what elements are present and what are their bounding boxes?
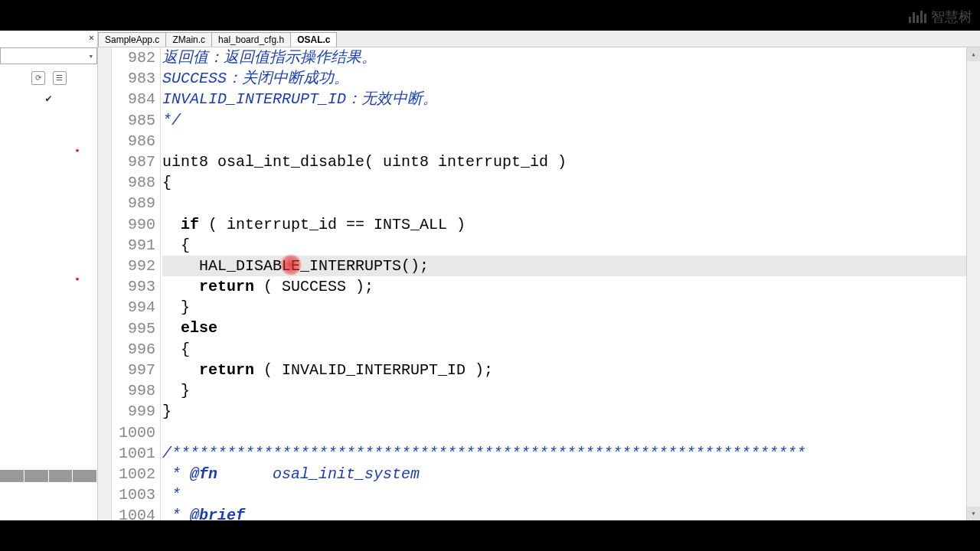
code-line[interactable] bbox=[162, 422, 966, 442]
code-line[interactable]: return ( INVALID_INTERRUPT_ID ); bbox=[162, 360, 966, 380]
main-area: SampleApp.cZMain.chal_board_cfg.hOSAL.c … bbox=[98, 31, 980, 520]
left-toolbar: ⟳ ☰ bbox=[0, 69, 97, 87]
toolbar-icon-2[interactable]: ☰ bbox=[53, 71, 67, 85]
bookmark-marker-icon[interactable]: ★ bbox=[75, 145, 80, 155]
tab-zmain-c[interactable]: ZMain.c bbox=[165, 32, 212, 47]
tab-hal_board_cfg-h[interactable]: hal_board_cfg.h bbox=[211, 32, 291, 47]
editor-tabs: SampleApp.cZMain.chal_board_cfg.hOSAL.c bbox=[98, 31, 980, 47]
code-line[interactable]: uint8 osal_int_disable( uint8 interrupt_… bbox=[162, 152, 966, 172]
watermark: 智慧树 bbox=[909, 8, 972, 26]
code-line[interactable]: * @fn osal_init_system bbox=[162, 464, 966, 484]
code-line[interactable]: SUCCESS：关闭中断成功。 bbox=[162, 68, 966, 89]
code-line[interactable]: INVALID_INTERRUPT_ID：无效中断。 bbox=[162, 89, 966, 109]
app-window: ✕ ▾ ⟳ ☰ ✔ ★★ SampleApp.cZMain.chal_board… bbox=[0, 31, 980, 520]
code-line[interactable]: * @brief bbox=[162, 505, 966, 520]
left-dropdown[interactable]: ▾ bbox=[0, 47, 97, 64]
close-icon[interactable]: ✕ bbox=[89, 32, 94, 44]
code-line[interactable]: /***************************************… bbox=[162, 443, 966, 464]
code-line[interactable]: return ( SUCCESS ); bbox=[162, 276, 966, 297]
line-number-gutter: 9829839849859869879889899909919929939949… bbox=[112, 47, 161, 520]
scroll-down-arrow-icon[interactable]: ▾ bbox=[967, 507, 980, 520]
check-icon[interactable]: ✔ bbox=[0, 92, 97, 105]
left-status-bar bbox=[0, 470, 97, 482]
tab-sampleapp-c[interactable]: SampleApp.c bbox=[98, 32, 166, 47]
code-line[interactable]: } bbox=[162, 380, 966, 401]
tab-osal-c[interactable]: OSAL.c bbox=[290, 32, 337, 47]
code-line[interactable]: } bbox=[162, 297, 966, 318]
code-line[interactable]: HAL_DISABLE_INTERRUPTS(); bbox=[162, 256, 966, 276]
code-line[interactable] bbox=[162, 131, 966, 152]
code-editor[interactable]: 9829839849859869879889899909919929939949… bbox=[98, 47, 980, 520]
chevron-down-icon: ▾ bbox=[88, 51, 93, 61]
watermark-bars-icon bbox=[909, 11, 926, 23]
toolbar-icon-1[interactable]: ⟳ bbox=[31, 71, 45, 85]
bookmark-marker-icon[interactable]: ★ bbox=[75, 274, 80, 283]
code-line[interactable]: { bbox=[162, 339, 966, 360]
code-line[interactable] bbox=[162, 193, 966, 214]
code-line[interactable]: } bbox=[162, 401, 966, 422]
watermark-text: 智慧树 bbox=[931, 8, 972, 26]
code-area[interactable]: 返回值：返回值指示操作结果。SUCCESS：关闭中断成功。INVALID_INT… bbox=[161, 47, 966, 520]
code-line[interactable]: else bbox=[162, 318, 966, 338]
scroll-up-arrow-icon[interactable]: ▴ bbox=[967, 47, 980, 61]
left-panel: ✕ ▾ ⟳ ☰ ✔ ★★ bbox=[0, 31, 98, 520]
code-line[interactable]: */ bbox=[162, 110, 966, 131]
code-line[interactable]: { bbox=[162, 235, 966, 256]
code-line[interactable]: { bbox=[162, 172, 966, 193]
code-line[interactable]: if ( interrupt_id == INTS_ALL ) bbox=[162, 214, 966, 235]
code-line[interactable]: * bbox=[162, 484, 966, 505]
code-line[interactable]: 返回值：返回值指示操作结果。 bbox=[162, 47, 966, 68]
vertical-scrollbar[interactable]: ▴ ▾ bbox=[966, 47, 980, 520]
fold-gutter[interactable] bbox=[98, 47, 112, 520]
